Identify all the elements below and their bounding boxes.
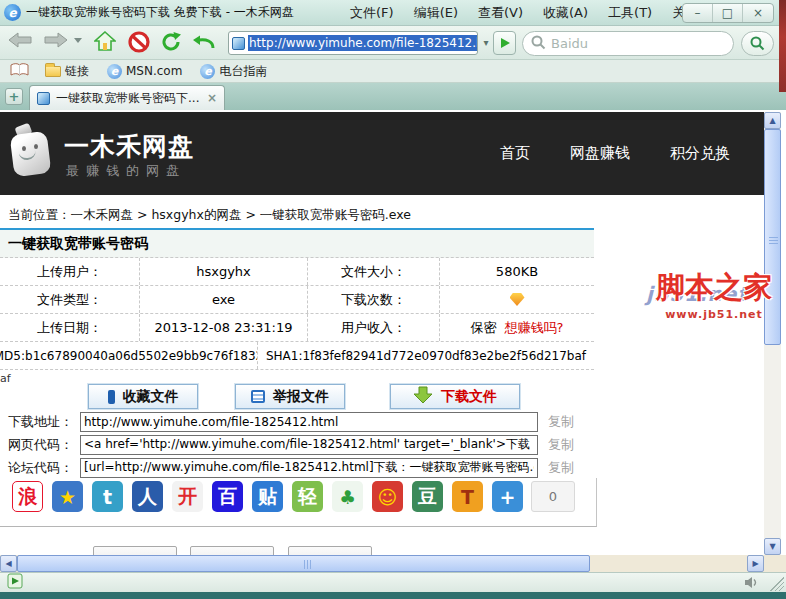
download-file-button[interactable]: 下载文件 [390,384,520,409]
menu-tools[interactable]: 工具(T) [598,4,662,22]
scroll-left-icon[interactable]: ◀ [0,555,17,572]
scroll-up-icon[interactable]: ▲ [764,112,781,129]
forum-code-label: 论坛代码： [8,459,80,477]
refresh-icon[interactable] [160,31,182,53]
window-controls: – □ × [682,3,774,23]
links-folder[interactable]: 链接 [39,63,95,80]
label-user-income: 用户收入： [308,314,440,341]
value-filetype: exe [140,286,308,313]
tab-close-icon[interactable]: × [207,91,217,105]
resize-grip[interactable] [770,577,784,591]
breadcrumb: 当前位置：一木禾网盘 > hsxgyhx的网盘 > 一键获取宽带账号密码.exe [8,207,411,224]
label-filetype: 文件类型： [0,286,140,313]
scroll-right-icon[interactable]: ▶ [747,555,764,572]
maximize-button[interactable]: □ [713,4,743,22]
download-url-row: 下载地址： 复制 [8,411,594,432]
site-nav: 首页 网盘赚钱 积分兑换 [500,144,760,163]
tab-favicon [37,92,50,105]
sha1-value: SHA1:1f83fef82941d772e0970df83e2be2f56d2… [258,342,594,369]
html-code-row: 网页代码： 复制 [8,434,594,455]
links-bar: 链接 e MSN.com e 电台指南 [0,60,786,83]
history-dropdown-icon[interactable] [74,38,83,44]
nav-home[interactable]: 首页 [500,144,530,163]
label-downloads: 下载次数： [308,286,440,313]
back-icon[interactable] [8,32,32,49]
overflow-text: af [0,372,11,385]
ie-logo-icon: e [4,4,21,21]
menu-favorites[interactable]: 收藏(A) [533,4,598,22]
new-tab-button[interactable]: + [5,88,23,105]
close-button[interactable]: × [743,4,773,22]
speaker-icon[interactable] [744,576,759,592]
vertical-scrollbar[interactable]: ▲ ▼ [764,112,781,555]
search-box[interactable] [522,31,734,56]
book-icon[interactable] [10,62,29,80]
tab-active[interactable]: 一键获取宽带账号密码下... × [29,85,225,110]
file-title: 一键获取宽带账号密码 [0,230,594,258]
undo-arrow-icon[interactable] [192,33,216,52]
forum-code-input[interactable] [80,458,538,478]
address-bar[interactable]: http://www.yimuhe.com/file-1825412.h [228,31,478,55]
search-input[interactable] [551,36,725,51]
vertical-scroll-thumb[interactable] [764,129,781,345]
window-title: 一键获取宽带账号密码下载 免费下载 - 一木禾网盘 [26,4,294,21]
nav-earn[interactable]: 网盘赚钱 [570,144,630,163]
report-icon [251,390,265,403]
copy-url-button[interactable]: 复制 [548,413,574,431]
site-logo-subtitle: 最赚钱的网盘 [66,162,186,180]
menu-file[interactable]: 文件(F) [340,4,404,22]
address-favicon [232,37,245,50]
link-radio-guide[interactable]: e 电台指南 [194,63,273,80]
md5-value: MD5:b1c67890040a06d5502e9bb9c76f1832 [0,342,258,369]
partial-button[interactable] [288,546,372,555]
menu-view[interactable]: 查看(V) [468,4,533,22]
search-button[interactable] [741,31,774,56]
folder-icon [45,66,61,77]
status-go-icon [7,573,23,592]
menu-edit[interactable]: 编辑(E) [404,4,468,22]
content-box-border [0,478,597,527]
tab-bar: + 一键获取宽带账号密码下... × [0,83,786,110]
report-file-button[interactable]: 举报文件 [235,384,345,409]
bookmark-icon [108,390,115,404]
address-dropdown-icon[interactable]: ▾ [479,35,493,51]
html-code-input[interactable] [80,435,538,455]
nav-points[interactable]: 积分兑换 [670,144,730,163]
home-icon[interactable] [94,31,116,51]
label-upload-date: 上传日期： [0,314,140,341]
horizontal-scrollbar[interactable]: ◀ ▶ [0,555,764,572]
earn-money-link[interactable]: 想赚钱吗? [505,319,564,337]
download-arrow-icon [413,386,433,407]
label-filesize: 文件大小： [308,258,440,285]
ie-page-icon: e [200,64,215,79]
scrollbar-corner [764,555,786,572]
copy-forum-button[interactable]: 复制 [548,459,574,477]
site-header: 一木禾网盘 最赚钱的网盘 首页 网盘赚钱 积分兑换 [0,112,766,195]
value-downloads [440,286,594,313]
forward-icon[interactable] [44,32,68,49]
site-logo-title[interactable]: 一木禾网盘 [64,130,194,163]
page-viewport: 一木禾网盘 最赚钱的网盘 首页 网盘赚钱 积分兑换 当前位置：一木禾网盘 > h… [0,110,766,555]
stop-icon[interactable] [128,31,150,53]
file-info-panel: 一键获取宽带账号密码 上传用户： hsxgyhx 文件大小： 580KB 文件类… [0,228,594,370]
partial-button[interactable] [93,546,177,555]
scroll-down-icon[interactable]: ▼ [764,538,781,555]
copy-html-button[interactable]: 复制 [548,436,574,454]
link-msn[interactable]: e MSN.com [101,64,188,79]
value-filesize: 580KB [440,258,594,285]
hash-row: MD5:b1c67890040a06d5502e9bb9c76f1832 SHA… [0,342,594,370]
minimize-button[interactable]: – [683,4,713,22]
value-uploader: hsxgyhx [140,258,308,285]
partial-button[interactable] [190,546,274,555]
value-upload-date: 2013-12-08 23:31:19 [140,314,308,341]
go-button[interactable] [493,31,516,55]
site-logo-icon[interactable] [10,124,54,180]
table-row: 上传日期： 2013-12-08 23:31:19 用户收入： 保密 想赚钱吗? [0,314,594,342]
horizontal-scroll-thumb[interactable] [17,555,590,572]
table-row: 上传用户： hsxgyhx 文件大小： 580KB [0,258,594,286]
ie-page-icon: e [107,64,122,79]
download-url-input[interactable] [80,412,538,432]
favorite-file-button[interactable]: 收藏文件 [88,384,198,409]
download-url-label: 下载地址： [8,413,80,431]
window-bottom-edge [0,592,786,599]
